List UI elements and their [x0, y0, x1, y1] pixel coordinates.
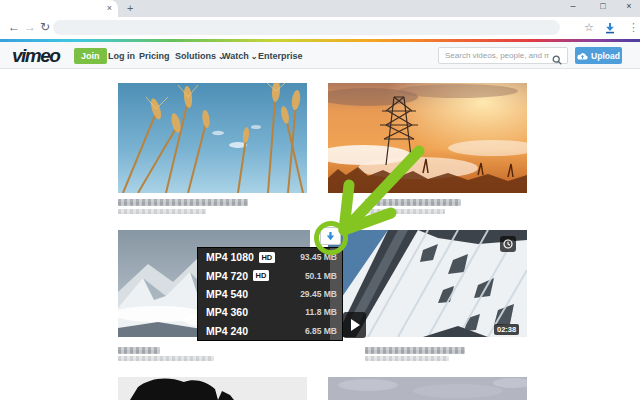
upload-cloud-icon: [577, 52, 588, 60]
video-thumbnail-sunset[interactable]: [328, 83, 527, 193]
forward-icon[interactable]: →: [24, 21, 36, 33]
play-icon: [351, 319, 360, 331]
video-thumbnail-glacier[interactable]: [328, 377, 527, 400]
download-arrow-icon: [325, 231, 336, 242]
download-quality-menu: MP4 1080 HD 93.45 MB MP4 720 HD 50.1 MB …: [197, 247, 343, 341]
window-close-icon[interactable]: ×: [622, 1, 636, 11]
nav-link-watch[interactable]: Watch⌄: [222, 51, 257, 61]
nav-link-pricing[interactable]: Pricing: [139, 51, 170, 61]
menu-item-mp4-540[interactable]: MP4 540 29.45 MB: [198, 285, 342, 303]
nav-link-solutions[interactable]: Solutions⌄: [175, 51, 225, 61]
nav-link-enterprise[interactable]: Enterprise: [258, 51, 303, 61]
extension-download-icon[interactable]: [604, 22, 616, 36]
menu-item-mp4-1080[interactable]: MP4 1080 HD 93.45 MB: [198, 248, 342, 266]
address-bar[interactable]: [53, 20, 560, 35]
menu-item-mp4-240[interactable]: MP4 240 6.85 MB: [198, 322, 342, 340]
menu-item-mp4-720[interactable]: MP4 720 HD 50.1 MB: [198, 266, 342, 284]
watch-later-button[interactable]: [500, 236, 516, 252]
extension-video-download-button[interactable]: [320, 227, 341, 245]
vimeo-logo[interactable]: vimeo: [12, 45, 59, 67]
tab-close-icon[interactable]: ×: [107, 3, 112, 13]
bookmark-star-icon[interactable]: ☆: [584, 21, 594, 33]
reload-icon[interactable]: ↻: [40, 21, 50, 33]
search-icon: [552, 51, 562, 69]
join-button[interactable]: Join: [74, 48, 107, 64]
window-maximize-icon[interactable]: □: [596, 1, 610, 11]
chevron-down-icon: ⌄: [251, 52, 258, 61]
browser-tab[interactable]: ×: [0, 0, 118, 17]
nav-link-login[interactable]: Log in: [108, 51, 135, 61]
video-meta-redacted: [118, 356, 214, 361]
hd-badge: HD: [259, 252, 275, 263]
video-meta-redacted: [365, 209, 445, 214]
video-meta-redacted: [118, 209, 206, 214]
search-input[interactable]: [438, 47, 568, 64]
video-title-redacted[interactable]: [118, 199, 248, 206]
browser-tabstrip: × + – □ ×: [0, 0, 640, 17]
new-tab-icon[interactable]: +: [127, 2, 133, 14]
upload-button[interactable]: Upload: [575, 47, 622, 64]
menu-item-mp4-360[interactable]: MP4 360 11.8 MB: [198, 303, 342, 321]
video-duration-badge: 02:38: [494, 324, 519, 335]
video-meta-redacted: [365, 356, 449, 361]
video-title-redacted[interactable]: [365, 347, 465, 354]
video-title-redacted[interactable]: [118, 347, 160, 354]
back-icon[interactable]: ←: [8, 21, 20, 33]
browser-toolbar: ← → ↻ ☆ ⋮: [0, 17, 640, 39]
clock-icon: [503, 239, 513, 249]
play-button[interactable]: [343, 312, 366, 338]
hd-badge: HD: [253, 270, 269, 281]
vimeo-navbar: vimeo Join Log in Pricing Solutions⌄ Wat…: [0, 42, 640, 69]
window-minimize-icon[interactable]: –: [566, 1, 580, 11]
video-thumbnail-ink-art[interactable]: [118, 377, 307, 400]
video-thumbnail-wheat[interactable]: [118, 83, 307, 193]
screenshot-root: × + – □ × ← → ↻ ☆ ⋮ vimeo Join Log in Pr…: [0, 0, 640, 400]
browser-menu-icon[interactable]: ⋮: [628, 21, 639, 33]
video-title-redacted[interactable]: [365, 199, 461, 206]
